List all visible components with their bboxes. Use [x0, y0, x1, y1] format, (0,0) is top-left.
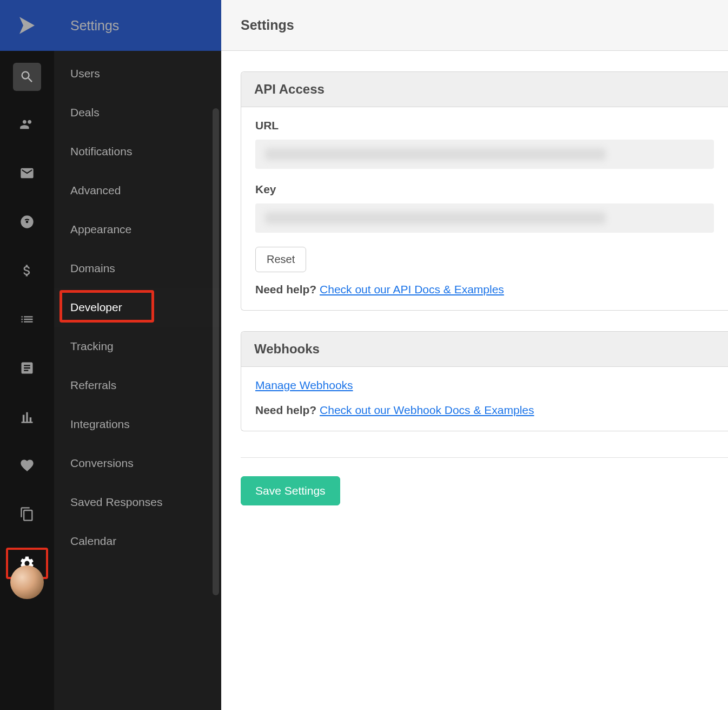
url-label: URL — [255, 119, 714, 132]
divider — [241, 457, 728, 458]
main-content: Settings API Access URL Key Reset Need h… — [221, 0, 728, 710]
card-header: API Access — [241, 72, 728, 107]
card-title: API Access — [254, 82, 325, 96]
webhook-docs-link[interactable]: Check out our Webhook Docs & Examples — [320, 404, 534, 416]
card-header: Webhooks — [241, 332, 728, 367]
sidebar-item-label: Tracking — [70, 340, 114, 353]
help-prefix: Need help? — [255, 283, 316, 295]
manage-webhooks-link[interactable]: Manage Webhooks — [255, 379, 714, 392]
document-icon[interactable] — [12, 353, 42, 383]
scrollbar[interactable] — [213, 108, 219, 595]
sidebar-item-label: Users — [70, 67, 100, 80]
sidebar-item-integrations[interactable]: Integrations — [54, 405, 221, 444]
sidebar-item-appearance[interactable]: Appearance — [54, 210, 221, 249]
sidebar-item-domains[interactable]: Domains — [54, 249, 221, 288]
api-docs-link[interactable]: Check out our API Docs & Examples — [320, 283, 504, 295]
search-icon[interactable] — [13, 63, 41, 91]
api-access-card: API Access URL Key Reset Need help? Chec… — [241, 71, 728, 311]
sidebar-item-label: Integrations — [70, 418, 130, 431]
sidebar-item-deals[interactable]: Deals — [54, 93, 221, 132]
help-prefix: Need help? — [255, 404, 316, 416]
icon-rail — [0, 0, 54, 710]
main-header: Settings — [221, 0, 728, 51]
save-settings-button[interactable]: Save Settings — [241, 476, 340, 505]
sidebar-item-referrals[interactable]: Referrals — [54, 366, 221, 405]
sidebar-item-label: Domains — [70, 262, 115, 275]
sidebar-item-saved-responses[interactable]: Saved Responses — [54, 483, 221, 522]
sidebar-item-users[interactable]: Users — [54, 54, 221, 93]
webhooks-card: Webhooks Manage Webhooks Need help? Chec… — [241, 331, 728, 431]
sidebar-item-conversions[interactable]: Conversions — [54, 444, 221, 483]
automation-icon[interactable] — [12, 207, 42, 237]
sidebar-item-tracking[interactable]: Tracking — [54, 327, 221, 366]
api-help-text: Need help? Check out our API Docs & Exam… — [255, 283, 714, 296]
sidebar-item-label: Deals — [70, 106, 100, 119]
sidebar-item-label: Developer — [70, 301, 122, 314]
key-value[interactable] — [255, 203, 714, 233]
sidebar-header: Settings — [54, 0, 221, 51]
sidebar-item-label: Saved Responses — [70, 496, 162, 509]
sidebar-items: Addresses Users Deals Notifications Adva… — [54, 51, 221, 710]
page-title: Settings — [241, 17, 294, 33]
url-value[interactable] — [255, 140, 714, 169]
sidebar-item-notifications[interactable]: Notifications — [54, 132, 221, 171]
settings-sidebar: Settings Addresses Users Deals Notificat… — [54, 0, 221, 710]
heart-icon[interactable] — [12, 450, 42, 481]
mail-icon[interactable] — [12, 158, 42, 188]
sidebar-item-calendar[interactable]: Calendar — [54, 522, 221, 561]
sidebar-item-label: Notifications — [70, 145, 132, 158]
sidebar-item-label: Conversions — [70, 457, 134, 470]
sidebar-item-label: Calendar — [70, 535, 116, 548]
app-logo[interactable] — [0, 0, 54, 51]
sidebar-item-developer[interactable]: Developer — [54, 288, 221, 327]
sidebar-item-advanced[interactable]: Advanced — [54, 171, 221, 210]
sidebar-item-label: Advanced — [70, 184, 121, 197]
list-icon[interactable] — [12, 304, 42, 334]
copy-icon[interactable] — [12, 499, 42, 529]
bar-chart-icon[interactable] — [12, 402, 42, 432]
deals-icon[interactable] — [12, 255, 42, 286]
sidebar-item-label: Referrals — [70, 379, 116, 392]
reset-button[interactable]: Reset — [255, 247, 306, 272]
sidebar-title: Settings — [70, 18, 119, 34]
key-label: Key — [255, 183, 714, 196]
webhook-help-text: Need help? Check out our Webhook Docs & … — [255, 404, 714, 417]
avatar[interactable] — [10, 566, 44, 599]
sidebar-item-label: Appearance — [70, 223, 131, 236]
card-title: Webhooks — [254, 341, 320, 356]
contacts-icon[interactable] — [12, 109, 42, 140]
